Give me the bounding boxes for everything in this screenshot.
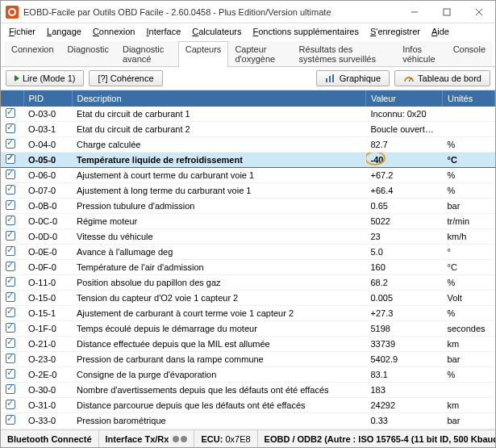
- sensor-table: PID Description Valeur Unités O-03-0Etat…: [1, 90, 495, 429]
- menu-interface[interactable]: Interface: [141, 25, 185, 38]
- tab-capteur-d-oxyg-ne[interactable]: Capteur d'oxygène: [227, 41, 292, 66]
- row-checkbox[interactable]: [6, 154, 15, 164]
- row-checkbox[interactable]: [6, 262, 15, 271]
- table-row[interactable]: O-34-0Lambda - voie 1 capteur 1 (capteur…: [1, 429, 495, 430]
- row-checkbox[interactable]: [6, 292, 15, 302]
- rx-icon: [173, 436, 179, 442]
- col-units[interactable]: Unités: [443, 90, 495, 107]
- coherence-button[interactable]: [?] Cohérence: [89, 70, 162, 86]
- table-row[interactable]: O-31-0Distance parcourue depuis que les …: [1, 398, 495, 413]
- cell-pid: O-30-0: [23, 383, 72, 398]
- menu-langage[interactable]: Langage: [42, 25, 86, 38]
- play-icon: [15, 75, 19, 82]
- cell-unit: %: [443, 367, 495, 383]
- table-row[interactable]: O-05-0Température liquide de refroidisse…: [1, 153, 495, 168]
- col-check[interactable]: [1, 90, 23, 107]
- table-row[interactable]: O-33-0Pression barométrique0.33bar: [1, 413, 495, 429]
- cell-value: 0.005: [366, 291, 443, 306]
- tab-diagnostic[interactable]: Diagnostic: [60, 41, 116, 66]
- table-row[interactable]: O-06-0Ajustement à court terme du carbur…: [1, 168, 495, 183]
- table-row[interactable]: O-0B-0Pression tubulure d'admission0.65b…: [1, 199, 495, 214]
- cell-desc: Distance effectuée depuis que la MIL est…: [72, 337, 366, 352]
- cell-desc: Consigne de la purge d'évaporation: [72, 367, 366, 383]
- cell-pid: O-15-1: [23, 306, 72, 321]
- row-checkbox[interactable]: [6, 124, 15, 133]
- tab-infos-v-hicule[interactable]: Infos véhicule: [395, 41, 446, 66]
- table-row[interactable]: O-0E-0Avance à l'allumage deg5.0°: [1, 245, 495, 260]
- svg-rect-4: [326, 78, 327, 82]
- col-value[interactable]: Valeur: [366, 90, 443, 107]
- row-checkbox[interactable]: [6, 354, 15, 363]
- tab-r-sultats-des-syst-mes-surveill-s[interactable]: Résultats des systèmes surveillés: [292, 41, 397, 66]
- svg-rect-1: [444, 9, 450, 15]
- cell-value: 183: [366, 383, 443, 398]
- table-row[interactable]: O-11-0Position absolue du papillon des g…: [1, 275, 495, 291]
- tab-console[interactable]: Console: [446, 41, 493, 66]
- dashboard-button[interactable]: Tableau de bord: [394, 70, 490, 86]
- menu-aide[interactable]: Aide: [427, 25, 454, 38]
- menu-s'enregistrer[interactable]: S'enregistrer: [365, 25, 425, 38]
- app-icon: [6, 6, 19, 19]
- row-checkbox[interactable]: [6, 139, 15, 149]
- table-row[interactable]: O-03-1Etat du circuit de carburant 2Bouc…: [1, 122, 495, 137]
- row-checkbox[interactable]: [6, 246, 15, 256]
- cell-pid: O-05-0: [23, 153, 72, 168]
- cell-value: -40: [366, 153, 443, 168]
- row-checkbox[interactable]: [6, 170, 15, 179]
- menu-fonctions supplémentaires[interactable]: Fonctions supplémentaires: [248, 25, 363, 38]
- cell-unit: km: [443, 337, 495, 352]
- table-row[interactable]: O-07-0Ajustement à long terme du carbura…: [1, 183, 495, 199]
- graph-button[interactable]: Graphique: [316, 70, 390, 86]
- menu-connexion[interactable]: Connexion: [88, 25, 140, 38]
- row-checkbox[interactable]: [6, 415, 15, 425]
- col-desc[interactable]: Description: [72, 90, 366, 107]
- table-row[interactable]: O-1F-0Temps écoulé depuis le démarrage d…: [1, 321, 495, 337]
- chart-icon: [325, 73, 336, 83]
- cell-desc: Régime moteur: [72, 214, 366, 229]
- read-button[interactable]: Lire (Mode 1): [6, 70, 84, 86]
- row-checkbox[interactable]: [6, 323, 15, 333]
- read-button-label: Lire (Mode 1): [23, 73, 75, 83]
- cell-desc: Ajustement à court terme du carburant vo…: [72, 168, 366, 183]
- table-row[interactable]: O-23-0Pression de carburant dans la ramp…: [1, 352, 495, 367]
- table-row[interactable]: O-2E-0Consigne de la purge d'évaporation…: [1, 367, 495, 383]
- table-row[interactable]: O-0D-0Vitesse du véhicule23km/h: [1, 229, 495, 245]
- table-row[interactable]: O-15-1Ajustement de carburant à court te…: [1, 306, 495, 321]
- table-row[interactable]: O-04-0Charge calculée82.7%: [1, 137, 495, 153]
- col-pid[interactable]: PID: [23, 90, 72, 107]
- tab-connexion[interactable]: Connexion: [4, 41, 61, 66]
- table-row[interactable]: O-0F-0Température de l'air d'admission16…: [1, 260, 495, 275]
- row-checkbox[interactable]: [6, 308, 15, 317]
- table-row[interactable]: O-30-0Nombre d'avertissements depuis que…: [1, 383, 495, 398]
- status-interface: Interface Tx/Rx: [99, 430, 195, 447]
- status-ecu: ECU: 0x7E8: [194, 430, 257, 447]
- sensor-grid-scroll[interactable]: PID Description Valeur Unités O-03-0Etat…: [1, 90, 495, 429]
- row-checkbox[interactable]: [6, 384, 15, 394]
- cell-pid: O-04-0: [23, 137, 72, 153]
- menu-calculateurs[interactable]: Calculateurs: [187, 25, 246, 38]
- cell-value: 24292: [366, 398, 443, 413]
- row-checkbox[interactable]: [6, 216, 15, 225]
- row-checkbox[interactable]: [6, 338, 15, 348]
- table-row[interactable]: O-15-0Tension du capteur d'O2 voie 1 cap…: [1, 291, 495, 306]
- cell-value: 0.65: [366, 199, 443, 214]
- tab-diagnostic-avanc-[interactable]: Diagnostic avancé: [115, 41, 179, 66]
- row-checkbox[interactable]: [6, 200, 15, 210]
- row-checkbox[interactable]: [6, 400, 15, 409]
- cell-value: Boucle ouverte (défaut du système): [366, 122, 443, 137]
- row-checkbox[interactable]: [6, 277, 15, 287]
- tab-capteurs[interactable]: Capteurs: [178, 41, 229, 66]
- cell-unit: °: [443, 245, 495, 260]
- table-row[interactable]: O-03-0Etat du circuit de carburant 1Inco…: [1, 107, 495, 122]
- row-checkbox[interactable]: [6, 108, 15, 118]
- table-row[interactable]: O-21-0Distance effectuée depuis que la M…: [1, 337, 495, 352]
- maximize-button[interactable]: [431, 1, 463, 23]
- menu-fichier[interactable]: Fichier: [4, 25, 40, 38]
- row-checkbox[interactable]: [6, 231, 15, 241]
- table-row[interactable]: O-0C-0Régime moteur5022tr/min: [1, 214, 495, 229]
- minimize-button[interactable]: [398, 1, 431, 23]
- row-checkbox[interactable]: [6, 369, 15, 379]
- row-checkbox[interactable]: [6, 185, 15, 195]
- cell-desc: Etat du circuit de carburant 2: [72, 122, 366, 137]
- close-button[interactable]: [463, 1, 495, 23]
